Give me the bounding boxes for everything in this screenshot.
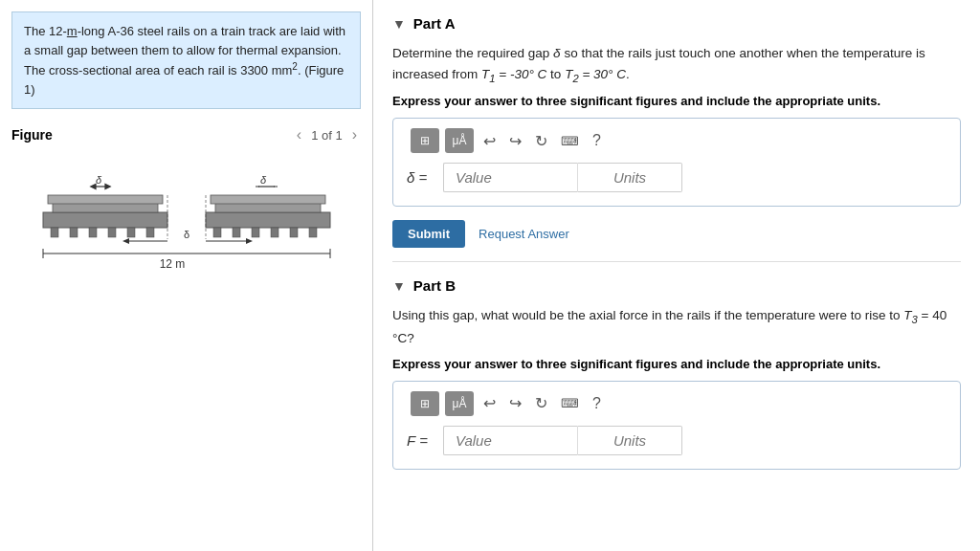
part-a-value-input[interactable] bbox=[443, 163, 577, 192]
svg-text:δ: δ bbox=[260, 174, 267, 186]
svg-rect-15 bbox=[233, 228, 240, 237]
part-b-mu-label: μÅ bbox=[453, 397, 467, 410]
part-b-header: ▼ Part B bbox=[392, 277, 961, 294]
part-a-action-row: Submit Request Answer bbox=[392, 220, 961, 248]
mu-button[interactable]: μÅ bbox=[445, 128, 474, 153]
svg-rect-8 bbox=[146, 228, 154, 237]
part-b-collapse-arrow[interactable]: ▼ bbox=[392, 278, 406, 294]
part-a-answer-box: ⊞ μÅ ↩ ↪ ↻ ⌨ ? bbox=[392, 118, 961, 207]
svg-rect-2 bbox=[48, 195, 163, 204]
left-panel: The 12-m-long A-36 steel rails on a trai… bbox=[0, 0, 373, 551]
right-panel: ▼ Part A Determine the required gap δ so… bbox=[373, 0, 980, 551]
part-b-section: ▼ Part B Using this gap, what would be t… bbox=[392, 277, 961, 469]
part-b-instruction: Express your answer to three significant… bbox=[392, 357, 961, 371]
part-a-units-input[interactable] bbox=[577, 163, 682, 192]
svg-marker-29 bbox=[122, 238, 129, 244]
svg-rect-14 bbox=[213, 228, 221, 237]
part-a-title: Part A bbox=[413, 15, 456, 32]
figure-nav: ‹ 1 of 1 › bbox=[293, 124, 361, 145]
T2-value: T2 = 30° C bbox=[565, 67, 626, 81]
svg-rect-3 bbox=[51, 228, 58, 237]
svg-rect-11 bbox=[206, 212, 330, 228]
rail-svg: δ δ bbox=[33, 163, 340, 277]
part-b-help-button[interactable]: ? bbox=[589, 393, 605, 414]
part-a-request-answer-link[interactable]: Request Answer bbox=[479, 227, 569, 241]
svg-rect-7 bbox=[127, 228, 135, 237]
part-b-keyboard-button[interactable]: ⌨ bbox=[557, 394, 583, 412]
undo-button[interactable]: ↩ bbox=[479, 130, 500, 152]
T3-symbol: T3 bbox=[903, 308, 918, 322]
svg-marker-31 bbox=[246, 238, 253, 244]
part-b-variable-label: F = bbox=[407, 432, 435, 449]
svg-text:δ: δ bbox=[96, 174, 102, 186]
figure-prev-arrow[interactable]: ‹ bbox=[293, 124, 305, 145]
svg-text:δ: δ bbox=[183, 229, 189, 240]
figure-label-row: Figure ‹ 1 of 1 › bbox=[11, 124, 361, 145]
mu-label: μÅ bbox=[453, 134, 467, 147]
part-b-mu-button[interactable]: μÅ bbox=[445, 391, 474, 416]
part-a-variable-label: δ = bbox=[407, 169, 435, 186]
part-a-collapse-arrow[interactable]: ▼ bbox=[392, 16, 406, 32]
svg-rect-5 bbox=[89, 228, 97, 237]
problem-text: The 12-m-long A-36 steel rails on a trai… bbox=[24, 24, 345, 97]
svg-rect-0 bbox=[43, 212, 167, 228]
part-divider bbox=[392, 261, 961, 262]
keyboard-button[interactable]: ⌨ bbox=[557, 132, 583, 150]
part-a-instruction: Express your answer to three significant… bbox=[392, 94, 961, 108]
keyboard-icon: ⌨ bbox=[561, 134, 579, 148]
svg-rect-19 bbox=[309, 228, 317, 237]
T1-value: T1 = -30° C bbox=[481, 67, 546, 81]
figure-illustration: δ δ bbox=[11, 163, 361, 277]
part-b-input-row: F = bbox=[407, 426, 947, 455]
part-b-matrix-button[interactable]: ⊞ bbox=[411, 391, 439, 416]
delta-symbol: δ bbox=[553, 46, 561, 60]
matrix-button[interactable]: ⊞ bbox=[411, 128, 439, 153]
part-b-answer-box: ⊞ μÅ ↩ ↪ ↻ ⌨ ? bbox=[392, 381, 961, 470]
part-a-toolbar: ⊞ μÅ ↩ ↪ ↻ ⌨ ? bbox=[407, 128, 947, 153]
part-b-refresh-icon: ↻ bbox=[535, 395, 547, 411]
svg-rect-17 bbox=[271, 228, 278, 237]
problem-text-box: The 12-m-long A-36 steel rails on a trai… bbox=[11, 11, 361, 109]
part-b-toolbar: ⊞ μÅ ↩ ↪ ↻ ⌨ ? bbox=[407, 391, 947, 416]
part-b-matrix-icon: ⊞ bbox=[420, 397, 430, 410]
part-b-units-input[interactable] bbox=[577, 426, 682, 455]
redo-icon: ↪ bbox=[509, 133, 522, 149]
part-b-redo-icon: ↪ bbox=[509, 395, 522, 411]
undo-icon: ↩ bbox=[483, 133, 496, 149]
figure-nav-text: 1 of 1 bbox=[311, 128, 343, 143]
part-b-title: Part B bbox=[413, 277, 456, 294]
svg-text:12 m: 12 m bbox=[159, 257, 185, 271]
part-a-input-row: δ = bbox=[407, 163, 947, 192]
refresh-icon: ↻ bbox=[535, 133, 547, 149]
figure-area: Figure ‹ 1 of 1 › bbox=[0, 121, 372, 551]
redo-button[interactable]: ↪ bbox=[505, 130, 525, 152]
svg-rect-16 bbox=[252, 228, 259, 237]
svg-rect-4 bbox=[70, 228, 78, 237]
part-b-undo-icon: ↩ bbox=[483, 395, 496, 411]
part-b-keyboard-icon: ⌨ bbox=[561, 396, 579, 410]
matrix-icon: ⊞ bbox=[420, 134, 430, 147]
part-a-submit-button[interactable]: Submit bbox=[392, 220, 465, 248]
part-b-value-input[interactable] bbox=[443, 426, 577, 455]
part-b-undo-button[interactable]: ↩ bbox=[479, 392, 500, 414]
svg-rect-18 bbox=[290, 228, 298, 237]
part-a-header: ▼ Part A bbox=[392, 15, 961, 32]
svg-rect-13 bbox=[211, 195, 325, 204]
part-b-refresh-button[interactable]: ↻ bbox=[531, 392, 551, 414]
part-a-description: Determine the required gap δ so that the… bbox=[392, 43, 961, 86]
figure-label: Figure bbox=[11, 127, 293, 143]
part-b-description: Using this gap, what would be the axial … bbox=[392, 305, 961, 348]
part-a-section: ▼ Part A Determine the required gap δ so… bbox=[392, 15, 961, 248]
part-b-redo-button[interactable]: ↪ bbox=[505, 392, 525, 414]
help-button[interactable]: ? bbox=[589, 130, 605, 151]
figure-next-arrow[interactable]: › bbox=[348, 124, 361, 145]
help-icon: ? bbox=[592, 132, 601, 148]
part-b-help-icon: ? bbox=[592, 395, 601, 411]
refresh-button[interactable]: ↻ bbox=[531, 130, 551, 152]
svg-rect-6 bbox=[108, 228, 116, 237]
